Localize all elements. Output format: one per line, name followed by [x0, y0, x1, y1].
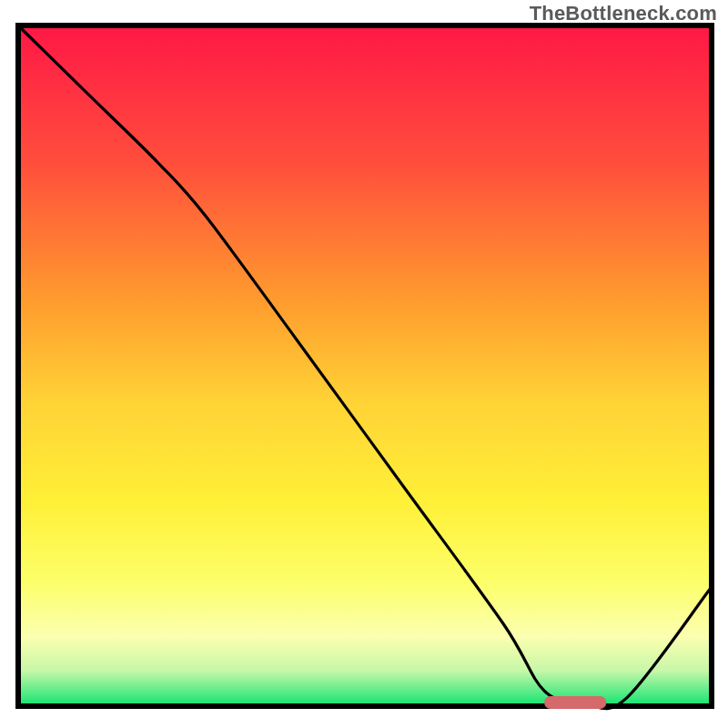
plot-area [18, 25, 712, 709]
chart-svg [0, 0, 728, 728]
watermark-label: TheBottleneck.com [530, 2, 717, 25]
chart-frame: TheBottleneck.com [0, 0, 728, 728]
optimal-segment-marker [544, 696, 606, 709]
